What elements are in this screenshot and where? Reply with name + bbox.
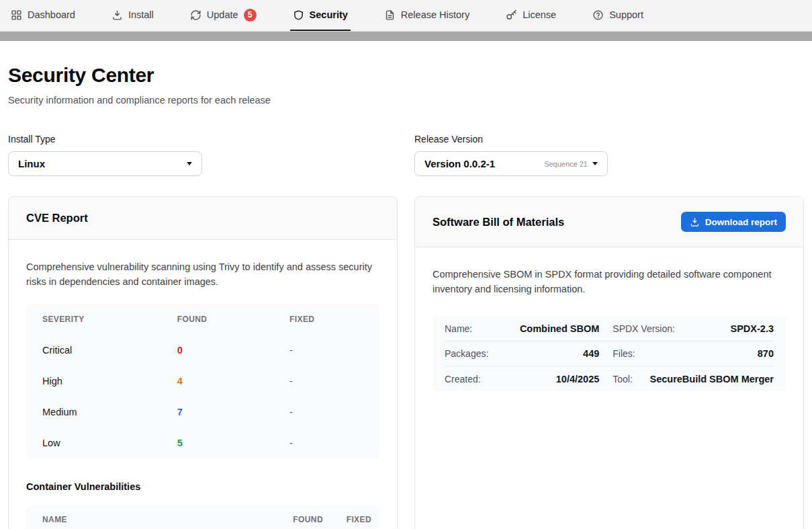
- sbom-detail-value: Combined SBOM: [520, 323, 599, 334]
- sbom-detail-label: Created:: [445, 374, 481, 384]
- sequence-label: Sequence 21: [544, 160, 588, 168]
- sbom-description: Comprehensive SBOM in SPDX format provid…: [433, 268, 786, 296]
- sbom-card-title: Software Bill of Materials: [433, 216, 564, 229]
- top-nav: Dashboard Install Update 5 Security Rele…: [0, 0, 812, 32]
- table-row: Low 5 -: [26, 428, 379, 458]
- severity-label: Low: [42, 438, 177, 448]
- sbom-detail-label: SPDX Version:: [613, 323, 675, 334]
- sbom-card: Software Bill of Materials Download repo…: [414, 196, 804, 529]
- container-table-header: NAME FOUND FIXED: [26, 505, 379, 529]
- nav-item-support[interactable]: Support: [590, 0, 646, 31]
- install-type-filter: Install Type Linux: [8, 134, 202, 176]
- col-found: FOUND: [177, 315, 289, 324]
- cve-description: Comprehensive vulnerability scanning usi…: [26, 260, 379, 289]
- nav-label: Release History: [401, 9, 469, 20]
- filters-row: Install Type Linux Release Version Versi…: [8, 134, 804, 176]
- col-fixed: FIXED: [289, 315, 363, 324]
- nav-label: Install: [128, 9, 154, 20]
- table-row: Critical 0 -: [26, 335, 379, 366]
- nav-item-update[interactable]: Update 5: [187, 0, 259, 31]
- table-row: Medium 7 -: [26, 397, 379, 428]
- col-found: FOUND: [259, 515, 323, 524]
- cards-row: CVE Report Comprehensive vulnerability s…: [8, 196, 804, 529]
- sbom-card-body: Comprehensive SBOM in SPDX format provid…: [415, 247, 803, 409]
- fixed-count: -: [289, 438, 363, 448]
- release-version-value: Version 0.0.2-1: [424, 158, 495, 169]
- release-version-select[interactable]: Version 0.0.2-1 Sequence 21: [414, 151, 608, 176]
- cve-table-header: SEVERITY FOUND FIXED: [26, 304, 379, 335]
- table-row: Packages: 449 Files: 870: [445, 341, 774, 366]
- found-count: 5: [177, 438, 289, 448]
- support-icon: [592, 9, 604, 21]
- sbom-detail-value: 870: [758, 348, 774, 359]
- release-version-filter: Release Version Version 0.0.2-1 Sequence…: [414, 134, 608, 176]
- chevron-down-icon: [592, 162, 598, 165]
- fixed-count: -: [289, 376, 363, 386]
- download-icon: [690, 217, 700, 227]
- sbom-detail-label: Name:: [445, 323, 472, 334]
- page-subtitle: Security information and compliance repo…: [8, 95, 804, 106]
- col-name: NAME: [42, 515, 259, 524]
- found-count: 0: [177, 345, 289, 356]
- nav-label: Update: [207, 9, 238, 20]
- nav-label: Support: [609, 9, 643, 20]
- security-icon: [293, 9, 304, 21]
- nav-item-release-history[interactable]: Release History: [381, 0, 472, 31]
- horizontal-divider: [0, 32, 812, 41]
- fixed-count: -: [289, 407, 363, 417]
- container-vulnerabilities-title: Container Vulnerabilities: [26, 481, 379, 492]
- update-count-badge: 5: [244, 9, 257, 22]
- install-type-select[interactable]: Linux: [8, 151, 202, 176]
- sbom-detail-label: Packages:: [445, 348, 488, 359]
- found-count: 7: [177, 407, 289, 417]
- severity-label: High: [42, 376, 177, 386]
- sbom-card-header: Software Bill of Materials Download repo…: [415, 197, 803, 247]
- severity-label: Critical: [42, 345, 177, 356]
- cve-report-card: CVE Report Comprehensive vulnerability s…: [8, 196, 398, 529]
- main-content: Security Center Security information and…: [0, 64, 812, 529]
- sbom-details-table: Name: Combined SBOM SPDX Version: SPDX-2…: [433, 317, 786, 391]
- dashboard-icon: [11, 9, 22, 21]
- sbom-detail-label: Files:: [613, 348, 635, 359]
- nav-label: Security: [310, 9, 348, 20]
- nav-item-security[interactable]: Security: [290, 0, 351, 31]
- cve-severity-table: SEVERITY FOUND FIXED Critical 0 - High 4…: [26, 304, 379, 458]
- release-version-label: Release Version: [414, 134, 608, 145]
- sbom-detail-value: 10/4/2025: [556, 374, 600, 384]
- nav-label: License: [523, 9, 556, 20]
- col-fixed: FIXED: [323, 515, 371, 524]
- cve-card-title: CVE Report: [26, 212, 88, 225]
- chevron-down-icon: [187, 162, 192, 165]
- update-icon: [190, 9, 201, 21]
- download-report-button[interactable]: Download report: [681, 212, 786, 232]
- table-row: Name: Combined SBOM SPDX Version: SPDX-2…: [445, 317, 774, 341]
- fixed-count: -: [289, 345, 363, 356]
- nav-item-install[interactable]: Install: [109, 0, 156, 31]
- page-title: Security Center: [8, 64, 804, 87]
- cve-card-header: CVE Report: [9, 197, 397, 240]
- install-icon: [111, 9, 123, 21]
- license-icon: [506, 9, 517, 21]
- severity-label: Medium: [42, 407, 177, 417]
- download-report-label: Download report: [705, 217, 777, 227]
- sbom-detail-value: 449: [583, 348, 599, 359]
- nav-item-dashboard[interactable]: Dashboard: [8, 0, 78, 31]
- table-row: High 4 -: [26, 366, 379, 397]
- nav-label: Dashboard: [28, 9, 75, 20]
- table-row: Created: 10/4/2025 Tool: SecureBuild SBO…: [445, 366, 774, 391]
- sbom-detail-value: SecureBuild SBOM Merger: [649, 374, 774, 384]
- release-history-icon: [384, 9, 396, 21]
- sbom-detail-value: SPDX-2.3: [731, 323, 774, 334]
- install-type-value: Linux: [18, 158, 45, 169]
- container-vulnerabilities-table: NAME FOUND FIXED: [26, 505, 379, 529]
- install-type-label: Install Type: [8, 134, 202, 145]
- cve-card-body: Comprehensive vulnerability scanning usi…: [9, 240, 397, 529]
- col-severity: SEVERITY: [42, 315, 177, 324]
- found-count: 4: [177, 376, 289, 386]
- sbom-detail-label: Tool:: [613, 374, 633, 384]
- nav-item-license[interactable]: License: [503, 0, 559, 31]
